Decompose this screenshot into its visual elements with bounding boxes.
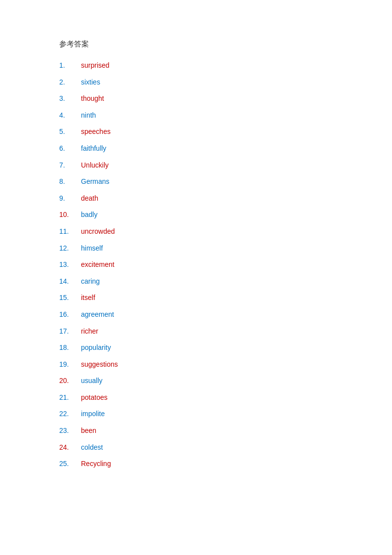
answer-number: 24. (59, 443, 77, 453)
answer-number: 16. (59, 310, 77, 320)
answer-number: 5. (59, 127, 77, 137)
answer-word: uncrowded (81, 227, 115, 237)
list-item: 6.faithfully (59, 144, 333, 154)
list-item: 18.popularity (59, 343, 333, 353)
answer-word: speeches (81, 127, 111, 137)
list-item: 4.ninth (59, 111, 333, 121)
answer-number: 22. (59, 409, 77, 419)
answer-word: coldest (81, 443, 103, 453)
list-item: 16.agreement (59, 310, 333, 320)
answer-number: 10. (59, 210, 77, 220)
list-item: 5.speeches (59, 127, 333, 137)
answer-number: 25. (59, 459, 77, 469)
answer-word: Germans (81, 177, 110, 187)
answer-number: 14. (59, 277, 77, 287)
answer-number: 4. (59, 111, 77, 121)
page-title: 参考答案 (59, 40, 333, 49)
list-item: 11.uncrowded (59, 227, 333, 237)
answer-number: 9. (59, 194, 77, 204)
list-item: 10.badly (59, 210, 333, 220)
list-item: 1.surprised (59, 61, 333, 71)
answer-word: Recycling (81, 459, 111, 469)
list-item: 19.suggestions (59, 360, 333, 370)
answer-word: Unluckily (81, 161, 109, 171)
answer-number: 15. (59, 293, 77, 303)
list-item: 8.Germans (59, 177, 333, 187)
answer-number: 21. (59, 393, 77, 403)
list-item: 23.been (59, 426, 333, 436)
list-item: 21.potatoes (59, 393, 333, 403)
answer-number: 12. (59, 244, 77, 254)
answer-number: 18. (59, 343, 77, 353)
answer-number: 23. (59, 426, 77, 436)
answer-word: itself (81, 293, 95, 303)
list-item: 12.himself (59, 244, 333, 254)
list-item: 22.impolite (59, 409, 333, 419)
answer-word: agreement (81, 310, 114, 320)
list-item: 7.Unluckily (59, 161, 333, 171)
list-item: 13.excitement (59, 260, 333, 270)
answer-number: 1. (59, 61, 77, 71)
answer-number: 7. (59, 161, 77, 171)
answer-word: impolite (81, 409, 105, 419)
list-item: 9.death (59, 194, 333, 204)
list-item: 25.Recycling (59, 459, 333, 469)
answer-number: 3. (59, 94, 77, 104)
list-item: 3.thought (59, 94, 333, 104)
list-item: 24.coldest (59, 443, 333, 453)
list-item: 17.richer (59, 327, 333, 337)
answer-word: faithfully (81, 144, 106, 154)
answer-number: 20. (59, 376, 77, 386)
answer-number: 17. (59, 327, 77, 337)
answer-word: potatoes (81, 393, 108, 403)
answer-word: suggestions (81, 360, 118, 370)
answer-list: 1.surprised2.sixties3.thought4.ninth5.sp… (59, 61, 333, 469)
answer-number: 13. (59, 260, 77, 270)
answer-number: 19. (59, 360, 77, 370)
list-item: 15.itself (59, 293, 333, 303)
list-item: 14.caring (59, 277, 333, 287)
answer-word: death (81, 194, 98, 204)
answer-word: been (81, 426, 96, 436)
answer-word: surprised (81, 61, 110, 71)
answer-word: thought (81, 94, 104, 104)
answer-word: usually (81, 376, 103, 386)
answer-number: 8. (59, 177, 77, 187)
answer-number: 2. (59, 78, 77, 87)
answer-word: caring (81, 277, 100, 287)
list-item: 2.sixties (59, 78, 333, 87)
answer-word: badly (81, 210, 97, 220)
answer-word: popularity (81, 343, 111, 353)
list-item: 20.usually (59, 376, 333, 386)
answer-word: sixties (81, 78, 100, 87)
answer-word: richer (81, 327, 98, 337)
answer-word: excitement (81, 260, 115, 270)
answer-word: ninth (81, 111, 96, 121)
answer-number: 6. (59, 144, 77, 154)
answer-number: 11. (59, 227, 77, 237)
answer-word: himself (81, 244, 103, 254)
